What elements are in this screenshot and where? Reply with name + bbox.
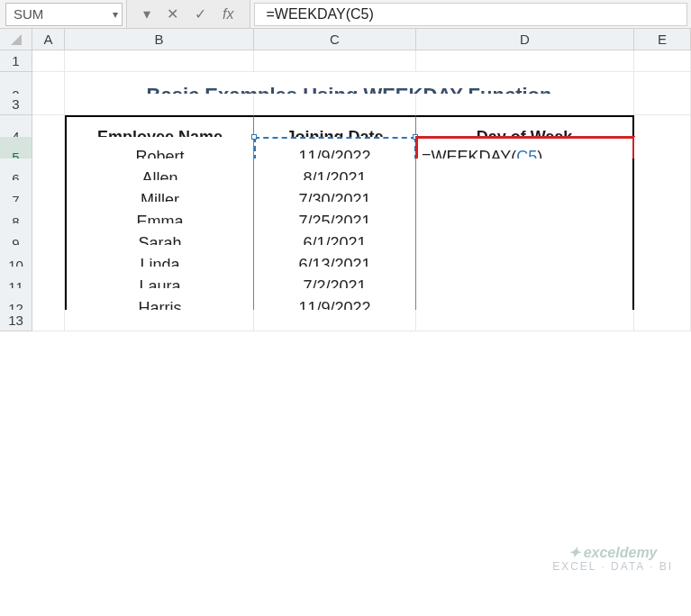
col-header-E[interactable]: E: [634, 29, 691, 50]
row-header-1[interactable]: 1: [0, 50, 32, 72]
cell-A13[interactable]: [32, 310, 65, 331]
col-header-D[interactable]: D: [416, 29, 634, 50]
watermark-star-icon: ✦: [568, 545, 580, 561]
svg-marker-0: [11, 34, 22, 45]
name-box[interactable]: SUM ▾: [5, 3, 123, 26]
cell-A1[interactable]: [32, 50, 65, 72]
watermark: ✦ exceldemy EXCEL · DATA · BI: [552, 545, 673, 573]
formula-bar: SUM ▾ ▾ ✕ ✓ fx =WEEKDAY(C5): [0, 0, 691, 29]
ref-handle-icon: [251, 134, 257, 140]
formula-input-text: =WEEKDAY(C5): [266, 6, 373, 23]
cell-B13[interactable]: [65, 310, 254, 331]
cancel-icon[interactable]: ✕: [167, 5, 178, 23]
cell-E1[interactable]: [634, 50, 691, 72]
watermark-tagline: EXCEL · DATA · BI: [552, 561, 673, 573]
name-box-value: SUM: [14, 6, 43, 22]
row-header-13[interactable]: 13: [0, 310, 32, 331]
spreadsheet-grid: A B C D E 1 2 Basic Examples Using WEEKD…: [0, 29, 691, 331]
cell-D1[interactable]: [416, 50, 634, 72]
cell-C1[interactable]: [254, 50, 416, 72]
cell-C3[interactable]: [254, 94, 416, 115]
fx-icon[interactable]: fx: [223, 6, 233, 23]
row-header-3[interactable]: 3: [0, 94, 32, 115]
cell-B1[interactable]: [65, 50, 254, 72]
formula-input[interactable]: =WEEKDAY(C5): [254, 3, 687, 26]
watermark-logo: ✦ exceldemy: [552, 545, 673, 561]
cell-C13[interactable]: [254, 310, 416, 331]
formula-bar-controls: ▾ ✕ ✓ fx: [126, 0, 250, 28]
col-header-A[interactable]: A: [32, 29, 65, 50]
col-header-B[interactable]: B: [65, 29, 254, 50]
enter-icon[interactable]: ✓: [195, 5, 206, 23]
cell-E13[interactable]: [634, 310, 691, 331]
cell-B3[interactable]: [65, 94, 254, 115]
cell-D3[interactable]: [416, 94, 634, 115]
cell-E3[interactable]: [634, 94, 691, 115]
watermark-brand: exceldemy: [584, 545, 658, 561]
chevron-down-icon[interactable]: ▾: [113, 8, 118, 21]
dropdown-icon[interactable]: ▾: [143, 5, 150, 23]
cell-A3[interactable]: [32, 94, 65, 115]
select-all-corner[interactable]: [0, 29, 32, 50]
col-header-C[interactable]: C: [254, 29, 416, 50]
cell-D13[interactable]: [416, 310, 634, 331]
